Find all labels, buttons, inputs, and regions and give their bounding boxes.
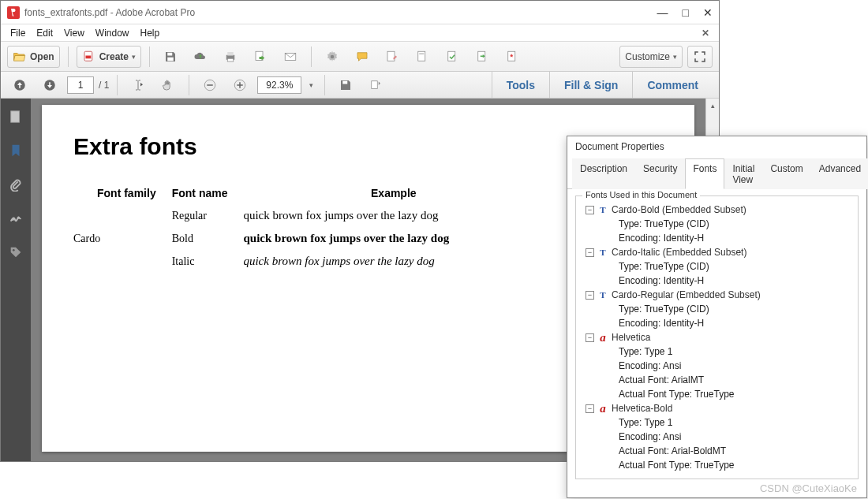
- app-icon: [7, 6, 20, 19]
- font-node[interactable]: −TCardo-Italic (Embedded Subset): [579, 245, 855, 259]
- menu-file[interactable]: File: [10, 28, 25, 39]
- tab-security[interactable]: Security: [635, 158, 685, 189]
- fieldset-legend: Fonts Used in this Document: [582, 190, 700, 199]
- font-node[interactable]: −aHelvetica-Bold: [579, 401, 855, 415]
- truetype-font-icon: T: [597, 247, 608, 258]
- page-check-icon: [445, 50, 459, 64]
- font-node[interactable]: −aHelvetica: [579, 330, 855, 344]
- arrow-up-icon: [13, 78, 27, 92]
- col-name: Font name: [172, 182, 244, 204]
- tab-comment[interactable]: Comment: [632, 72, 713, 99]
- close-doc-button[interactable]: ✕: [702, 28, 709, 39]
- bookmarks-panel-icon[interactable]: [9, 143, 23, 160]
- next-page-button[interactable]: [37, 74, 62, 96]
- font-detail: Encoding: Identity-H: [579, 274, 855, 288]
- font-detail: Actual Font Type: TrueType: [579, 458, 855, 472]
- print-button[interactable]: [218, 46, 243, 68]
- cloud-upload-button[interactable]: [188, 46, 213, 68]
- minimize-button[interactable]: —: [657, 6, 668, 19]
- gear-icon: [325, 50, 339, 64]
- chevron-down-icon[interactable]: ▾: [306, 81, 316, 89]
- customize-button[interactable]: Customize ▾: [619, 46, 683, 68]
- fullscreen-button[interactable]: [687, 46, 713, 68]
- gear-button[interactable]: [320, 46, 345, 68]
- collapse-icon[interactable]: −: [586, 291, 594, 300]
- dialog-title: Document Properties: [567, 136, 866, 158]
- page-tool3-button[interactable]: [470, 46, 495, 68]
- tab-fonts[interactable]: Fonts: [685, 158, 724, 189]
- tab-tools[interactable]: Tools: [492, 72, 549, 99]
- attachments-panel-icon[interactable]: [9, 177, 23, 194]
- window-title: fonts_extrafonts.pdf - Adobe Acrobat Pro: [24, 7, 657, 18]
- font-node[interactable]: −TCardo-Regular (Embedded Subset): [579, 288, 855, 302]
- prev-page-button[interactable]: [7, 74, 32, 96]
- close-button[interactable]: ✕: [703, 6, 713, 19]
- collapse-icon[interactable]: −: [586, 404, 594, 413]
- tab-fill-sign[interactable]: Fill & Sign: [549, 72, 632, 99]
- page-tool1-button[interactable]: [410, 46, 435, 68]
- font-node[interactable]: −TCardo-Bold (Embedded Subset): [579, 203, 855, 217]
- document-properties-dialog: Document Properties DescriptionSecurityF…: [567, 136, 867, 498]
- plus-circle-icon: [233, 78, 247, 92]
- chevron-down-icon: ▾: [673, 53, 677, 61]
- tab-initial-view[interactable]: Initial View: [724, 158, 762, 189]
- print-icon: [223, 50, 238, 64]
- collapse-icon[interactable]: −: [586, 333, 594, 342]
- font-detail: Encoding: Ansi: [579, 359, 855, 373]
- page-number-input[interactable]: [67, 76, 94, 94]
- menu-window[interactable]: Window: [95, 28, 129, 39]
- save-button[interactable]: [158, 46, 183, 68]
- hand-tool-button[interactable]: [155, 74, 181, 96]
- collapse-icon[interactable]: −: [586, 248, 594, 257]
- svg-rect-7: [227, 58, 234, 61]
- zoom-out-button[interactable]: [197, 74, 223, 96]
- tab-custom[interactable]: Custom: [762, 158, 810, 189]
- tags-panel-icon[interactable]: [9, 245, 23, 262]
- svg-rect-11: [387, 51, 395, 61]
- create-button[interactable]: Create ▾: [77, 46, 141, 68]
- font-tree[interactable]: −TCardo-Bold (Embedded Subset)Type: True…: [579, 203, 855, 472]
- tab-advanced[interactable]: Advanced: [811, 158, 868, 189]
- open-button[interactable]: Open: [7, 46, 60, 68]
- comment-button[interactable]: [350, 46, 375, 68]
- share-button[interactable]: [248, 46, 273, 68]
- font-detail: Type: Type 1: [579, 344, 855, 359]
- edit-doc-button[interactable]: [380, 46, 405, 68]
- svg-point-27: [13, 249, 15, 251]
- col-family: Font family: [73, 182, 172, 204]
- svg-rect-12: [418, 51, 425, 61]
- signatures-panel-icon[interactable]: [9, 211, 23, 228]
- menu-help[interactable]: Help: [140, 28, 160, 39]
- font-detail: Encoding: Identity-H: [579, 231, 855, 245]
- font-detail: Type: TrueType (CID): [579, 259, 855, 274]
- font-name-label: Cardo-Bold (Embedded Subset): [612, 203, 746, 217]
- menu-view[interactable]: View: [64, 28, 84, 39]
- col-example: Example: [243, 182, 465, 204]
- tab-description[interactable]: Description: [572, 158, 635, 189]
- email-button[interactable]: [278, 46, 303, 68]
- cloud-upload-icon: [193, 50, 208, 64]
- thumbnails-panel-icon[interactable]: [9, 110, 23, 126]
- select-text-button[interactable]: [125, 74, 151, 96]
- save-doc-button[interactable]: [333, 74, 358, 96]
- zoom-in-button[interactable]: [227, 74, 253, 96]
- rotate-button[interactable]: [363, 74, 388, 96]
- svg-rect-13: [419, 53, 424, 54]
- font-name-label: Helvetica-Bold: [612, 401, 672, 415]
- collapse-icon[interactable]: −: [586, 206, 594, 214]
- table-row: Cardo Bold quick brown fox jumps over th…: [73, 227, 465, 250]
- page-star-icon: [505, 50, 519, 64]
- maximize-button[interactable]: □: [683, 6, 689, 19]
- text-cursor-icon: [131, 78, 145, 92]
- menu-edit[interactable]: Edit: [36, 28, 53, 39]
- zoom-value[interactable]: 92.3%: [257, 76, 301, 94]
- page-tool4-button[interactable]: [499, 46, 525, 68]
- type1-font-icon: a: [597, 403, 608, 414]
- page-tool2-button[interactable]: [440, 46, 465, 68]
- page-pen-icon: [385, 50, 399, 64]
- font-detail: Type: TrueType (CID): [579, 217, 855, 231]
- dialog-tabs: DescriptionSecurityFontsInitial ViewCust…: [567, 158, 866, 189]
- scroll-up-icon[interactable]: ▴: [706, 99, 719, 112]
- save-icon: [163, 50, 178, 64]
- watermark: CSDN @CuteXiaoKe: [760, 482, 857, 494]
